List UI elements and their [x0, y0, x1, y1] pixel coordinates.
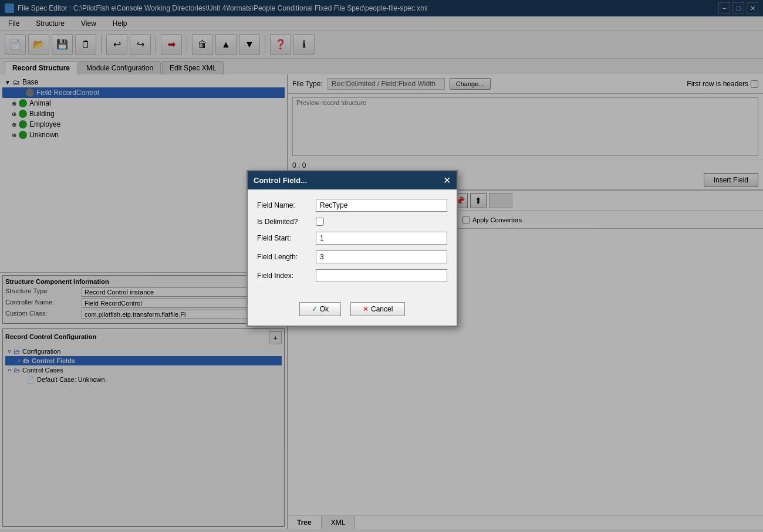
- ok-check-icon: ✓: [312, 305, 318, 313]
- ok-label: Ok: [320, 305, 329, 313]
- dialog-buttons: ✓ Ok ✕ Cancel: [248, 297, 457, 326]
- dialog-label-field-start: Field Start:: [257, 234, 316, 242]
- dialog-cancel-button[interactable]: ✕ Cancel: [350, 302, 405, 316]
- dialog-label-field-name: Field Name:: [257, 201, 316, 209]
- dialog-input-field-index[interactable]: [316, 269, 447, 282]
- dialog-close-button[interactable]: ✕: [443, 175, 451, 186]
- dialog-row-field-name: Field Name:: [257, 199, 447, 212]
- dialog-label-field-length: Field Length:: [257, 253, 316, 261]
- dialog-input-field-name[interactable]: [316, 199, 447, 212]
- dialog-label-is-delimited: Is Delimited?: [257, 218, 316, 226]
- cancel-label: Cancel: [371, 305, 393, 313]
- dialog-titlebar: Control Field... ✕: [248, 171, 457, 189]
- cancel-x-icon: ✕: [363, 305, 369, 313]
- dialog-overlay: Control Field... ✕ Field Name: Is Delimi…: [0, 0, 763, 532]
- dialog-input-field-start[interactable]: [316, 232, 447, 245]
- dialog-row-is-delimited: Is Delimited?: [257, 218, 447, 226]
- dialog-input-field-length[interactable]: [316, 250, 447, 263]
- dialog-checkbox-is-delimited[interactable]: [316, 218, 324, 226]
- dialog-row-field-length: Field Length:: [257, 250, 447, 263]
- dialog-label-field-index: Field Index:: [257, 272, 316, 280]
- dialog-ok-button[interactable]: ✓ Ok: [299, 302, 341, 316]
- dialog-row-field-index: Field Index:: [257, 269, 447, 282]
- dialog-row-field-start: Field Start:: [257, 232, 447, 245]
- control-field-dialog: Control Field... ✕ Field Name: Is Delimi…: [247, 170, 458, 327]
- dialog-title: Control Field...: [254, 176, 307, 185]
- dialog-body: Field Name: Is Delimited? Field Start: F…: [248, 189, 457, 297]
